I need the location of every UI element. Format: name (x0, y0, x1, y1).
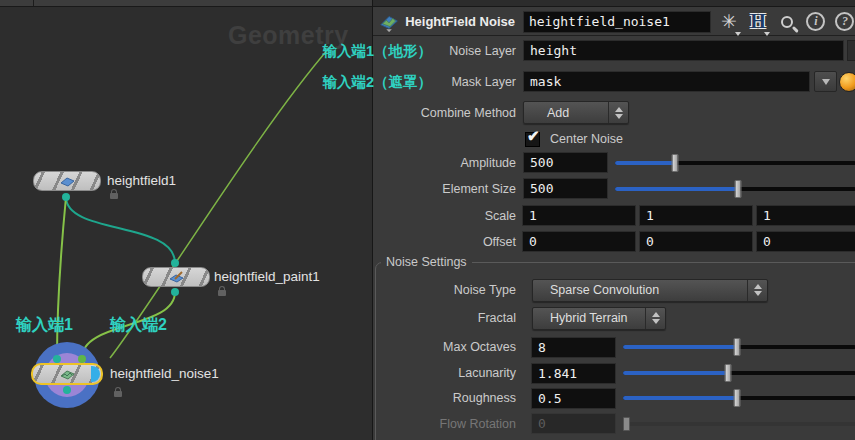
annotation-param-input1: 输入端1（地形） (292, 42, 432, 61)
noise-type-dropdown[interactable]: Sparse Convolution (532, 279, 768, 302)
scale-y-input[interactable]: 1 (639, 205, 753, 226)
dropdown-arrows-icon (645, 308, 665, 329)
noise-layer-menu-button[interactable] (847, 40, 855, 61)
display-flag[interactable] (91, 366, 100, 382)
combine-method-value: Add (524, 106, 608, 120)
mask-layer-dropdown-button[interactable] (814, 71, 837, 92)
noise-layer-input[interactable]: height (523, 40, 844, 61)
mask-layer-input[interactable]: mask (523, 71, 810, 92)
row-combine-method: Combine Method Add (373, 101, 855, 124)
checkmark-icon: ✔ (527, 127, 540, 145)
noise-type-label: Noise Type (373, 283, 516, 297)
row-center-noise: ✔ Center Noise (373, 131, 855, 147)
lacunarity-label: Lacunarity (373, 366, 516, 380)
heightfield-icon (58, 175, 76, 187)
max-octaves-input[interactable]: 8 (531, 337, 616, 358)
max-octaves-slider[interactable] (623, 337, 855, 357)
lacunarity-input[interactable]: 1.841 (531, 363, 616, 384)
offset-z-value: 0 (763, 234, 771, 249)
scale-z-input[interactable]: 1 (756, 205, 855, 226)
slider-handle[interactable] (734, 389, 741, 407)
slider-fill (623, 396, 737, 400)
node-heightfield-noise1[interactable] (31, 363, 103, 385)
slider-handle[interactable] (724, 364, 731, 382)
roughness-input[interactable]: 0.5 (531, 388, 616, 409)
triangle-down-icon (822, 79, 830, 85)
search-icon (781, 16, 793, 28)
offset-z-input[interactable]: 0 (756, 231, 855, 252)
noise-layer-value: height (530, 43, 577, 58)
caret-down-icon (764, 32, 770, 36)
element-size-label: Element Size (373, 182, 516, 196)
gear-icon: ✳ (721, 10, 737, 33)
noise-type-value: Sparse Convolution (533, 283, 747, 297)
search-button[interactable] (776, 10, 798, 34)
scale-x-value: 1 (529, 208, 537, 223)
center-noise-checkbox[interactable]: ✔ (525, 132, 540, 147)
annotation-param-input2: 输入端2（遮罩） (292, 73, 432, 92)
scale-label: Scale (373, 209, 516, 223)
offset-x-value: 0 (529, 234, 537, 249)
offset-x-input[interactable]: 0 (522, 231, 636, 252)
mask-layer-value: mask (530, 74, 561, 89)
lock-icon (110, 193, 118, 199)
max-octaves-label: Max Octaves (373, 340, 516, 354)
element-size-input[interactable]: 500 (523, 178, 608, 199)
network-editor[interactable]: Geometry heightfield1 (0, 6, 372, 440)
amplitude-input[interactable]: 500 (523, 152, 608, 173)
scale-x-input[interactable]: 1 (522, 205, 636, 226)
center-noise-label: Center Noise (550, 132, 623, 146)
slider-handle[interactable] (672, 154, 679, 172)
node-name-input[interactable] (523, 11, 711, 33)
lock-icon (114, 391, 122, 397)
annotation-network-input2: 输入端2 (110, 315, 167, 336)
slider-handle[interactable] (734, 180, 741, 198)
combine-method-dropdown[interactable]: Add (523, 101, 629, 124)
lacunarity-slider[interactable] (623, 363, 855, 383)
offset-label: Offset (373, 235, 516, 249)
output-connector-noise1[interactable] (63, 386, 71, 394)
node-type-title: HeightField Noise (405, 14, 515, 29)
help-icon: ? (835, 12, 854, 31)
roughness-slider[interactable] (623, 388, 855, 408)
node-label-heightfield-paint1: heightfield_paint1 (214, 269, 320, 284)
input2-connector-noise1[interactable] (78, 355, 86, 363)
amplitude-slider[interactable] (615, 153, 855, 173)
parameter-panel: HeightField Noise ✳ H i ? Noise Layer (372, 0, 855, 440)
scale-y-value: 1 (646, 208, 654, 223)
offset-y-input[interactable]: 0 (639, 231, 753, 252)
heightfield-paint-icon (167, 271, 185, 283)
slider-handle[interactable] (734, 338, 741, 356)
node-label-heightfield-noise1: heightfield_noise1 (110, 366, 219, 381)
roughness-value: 0.5 (538, 391, 561, 406)
lacunarity-value: 1.841 (538, 366, 577, 381)
row-roughness: Roughness 0.5 (373, 388, 855, 408)
element-size-slider[interactable] (615, 179, 855, 199)
row-offset: Offset 0 0 0 (373, 231, 855, 252)
node-heightfield-paint1[interactable] (142, 267, 210, 287)
pane-divider-tick (33, 0, 34, 6)
input1-connector-noise1[interactable] (53, 355, 61, 363)
row-noise-layer: Noise Layer height (373, 40, 855, 61)
dropdown-arrows-icon (747, 280, 767, 301)
node-label-heightfield1: heightfield1 (107, 173, 176, 188)
slider-fill (615, 187, 738, 191)
help-button[interactable]: ? (834, 10, 855, 34)
info-icon: i (806, 12, 825, 31)
heightfield-noise-icon (58, 368, 76, 380)
edit-mask-icon[interactable] (839, 72, 855, 92)
info-button[interactable]: i (805, 10, 827, 34)
houdini-logo-button[interactable]: H (747, 10, 769, 34)
row-fractal: Fractal Hybrid Terrain (373, 307, 855, 329)
noise-settings-title[interactable]: Noise Settings (381, 255, 472, 269)
app-window: Geometry heightfield1 (0, 0, 855, 440)
gear-menu-button[interactable]: ✳ (718, 10, 740, 34)
row-max-octaves: Max Octaves 8 (373, 337, 855, 357)
houdini-logo-icon: H (750, 10, 766, 33)
amplitude-label: Amplitude (373, 156, 516, 170)
scale-z-value: 1 (763, 208, 771, 223)
fractal-value: Hybrid Terrain (533, 311, 645, 325)
node-heightfield1[interactable] (33, 171, 101, 191)
offset-y-value: 0 (646, 234, 654, 249)
fractal-dropdown[interactable]: Hybrid Terrain (532, 307, 666, 330)
